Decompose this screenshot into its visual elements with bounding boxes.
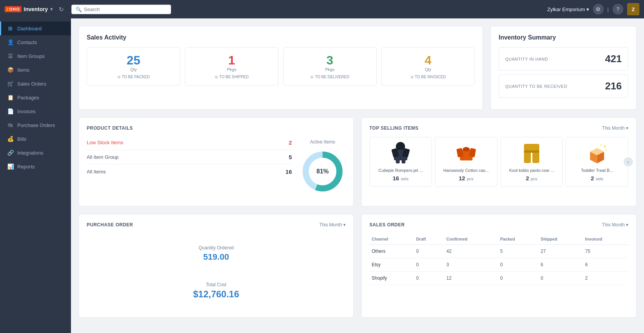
- top-selling-items: Cutiepie Rompers-jet ... 16 sets: [369, 137, 628, 187]
- ts-item-3-name: Toddler Treat B...: [569, 168, 625, 173]
- help-icon[interactable]: ?: [613, 4, 623, 15]
- item-groups-icon: ☰: [7, 53, 13, 59]
- so-header: SALES ORDER This Month ▾: [369, 222, 628, 227]
- app-dropdown-icon[interactable]: ▾: [50, 7, 53, 12]
- delivered-check-icon: ⊙: [310, 75, 313, 79]
- contacts-icon: 👤: [7, 39, 13, 45]
- sidebar-item-purchase-orders[interactable]: 🛍 Purchase Orders: [0, 118, 71, 132]
- sweater-icon: [456, 142, 477, 165]
- sidebar-label-items: Items: [17, 67, 30, 73]
- ts-item-3-qty: 2 sets: [569, 175, 625, 182]
- ts-item-1-qty: 12 pcs: [438, 175, 494, 182]
- po-qty-label: Quantity Ordered: [87, 245, 346, 251]
- all-items-label: All Items: [87, 169, 106, 175]
- invoiced-unit: Qty: [386, 67, 470, 72]
- delivered-label: ⊙ TO BE DELIVERED: [288, 75, 372, 79]
- top-selling-card: TOP SELLING ITEMS This Month ▾: [361, 117, 636, 206]
- ts-item-0[interactable]: Cutiepie Rompers-jet ... 16 sets: [369, 137, 432, 187]
- po-title: PURCHASE ORDER: [87, 222, 133, 227]
- ts-item-2[interactable]: Kool kiddo pants-cow ... 2 pcs: [501, 137, 563, 187]
- col-packed: Packed: [498, 234, 539, 245]
- others-invoiced: 75: [583, 245, 628, 258]
- sidebar-item-integrations[interactable]: 🔗 Integrations: [0, 146, 71, 160]
- product-details-card: PRODUCT DETAILS Low Stock Items 2 All It…: [79, 117, 354, 206]
- shopify-packed: 0: [498, 272, 539, 285]
- ts-item-2-name: Kool kiddo pants-cow ...: [504, 168, 560, 173]
- svg-rect-7: [402, 157, 405, 163]
- sidebar-item-contacts[interactable]: 👤 Contacts: [0, 35, 71, 49]
- all-items-row: All Items 16: [87, 165, 292, 179]
- packed-number: 25: [92, 54, 175, 67]
- etsy-channel: Etsy: [369, 258, 414, 272]
- main-content: Sales Activity 25 Qty ⊙ TO BE PACKED 1 P…: [71, 18, 644, 333]
- shopify-invoiced: 2: [583, 272, 628, 285]
- shipped-unit: Pkgs: [190, 67, 273, 72]
- sidebar-label-sales-orders: Sales Orders: [17, 81, 46, 87]
- avatar[interactable]: Z: [627, 3, 639, 15]
- qty-in-hand-value: 421: [605, 53, 622, 65]
- all-item-group-value: 5: [289, 154, 292, 160]
- shopify-draft: 0: [414, 272, 444, 285]
- sales-order-card: SALES ORDER This Month ▾ Channel Draft C…: [361, 214, 636, 318]
- dashboard-icon: ⊞: [7, 25, 13, 31]
- search-input[interactable]: [84, 7, 167, 12]
- settings-icon[interactable]: ⚙: [593, 4, 604, 15]
- shipped-label: ⊙ TO BE SHIPPED: [190, 75, 273, 79]
- company-selector[interactable]: Zylkar Emporium ▾: [547, 7, 589, 12]
- ts-next-btn[interactable]: ›: [624, 157, 633, 166]
- ts-item-2-qty: 2 pcs: [504, 175, 560, 182]
- sidebar-item-invoices[interactable]: 📄 Invoices: [0, 104, 71, 118]
- activity-item-invoiced[interactable]: 4 Qty ⊙ TO BE INVOICED: [381, 47, 475, 86]
- inventory-summary-title: Inventory Summary: [499, 34, 628, 41]
- refresh-icon[interactable]: ↻: [59, 6, 64, 13]
- others-draft: 0: [414, 245, 444, 258]
- col-shipped: Shipped: [539, 234, 583, 245]
- donut-title: Active Items: [310, 139, 335, 145]
- shipped-check-icon: ⊙: [215, 75, 218, 79]
- so-period[interactable]: This Month ▾: [602, 222, 628, 227]
- ts-item-2-icon: [504, 142, 560, 165]
- ts-item-1[interactable]: Hanswooly Cotton cas... 12 pcs: [435, 137, 497, 187]
- activity-item-delivered[interactable]: 3 Pkgs ⊙ TO BE DELIVERED: [283, 47, 377, 86]
- integrations-icon: 🔗: [7, 150, 13, 156]
- top-selling-header: TOP SELLING ITEMS This Month ▾: [369, 125, 628, 131]
- top-selling-period[interactable]: This Month ▾: [602, 125, 628, 131]
- donut-chart-container: Active Items 81%: [300, 135, 346, 198]
- sidebar-label-bills: Bills: [17, 136, 26, 142]
- ts-item-1-icon: [438, 142, 494, 165]
- activity-item-packed[interactable]: 25 Qty ⊙ TO BE PACKED: [87, 47, 180, 86]
- sidebar-item-item-groups[interactable]: ☰ Item Groups: [0, 49, 71, 63]
- sidebar-item-reports[interactable]: 📊 Reports: [0, 160, 71, 173]
- sidebar-item-bills[interactable]: 💰 Bills: [0, 132, 71, 146]
- reports-icon: 📊: [7, 163, 13, 170]
- activity-item-shipped[interactable]: 1 Pkgs ⊙ TO BE SHIPPED: [185, 47, 278, 86]
- app-logo: ZOHO Inventory ▾: [5, 6, 53, 12]
- sidebar: ⊞ Dashboard 👤 Contacts ☰ Item Groups 📦 I…: [0, 18, 71, 333]
- top-selling-items-wrapper: Cutiepie Rompers-jet ... 16 sets: [369, 137, 628, 187]
- po-cost-stat: Total Cost $12,760.16: [87, 276, 346, 306]
- sidebar-item-items[interactable]: 📦 Items: [0, 63, 71, 77]
- so-row-etsy: Etsy 0 3 0 6 6: [369, 258, 628, 272]
- etsy-draft: 0: [414, 258, 444, 272]
- svg-text:★: ★: [605, 149, 607, 151]
- ts-item-0-qty: 16 sets: [373, 175, 428, 182]
- sidebar-item-packages[interactable]: 📋 Packages: [0, 91, 71, 104]
- ts-item-3[interactable]: ★ ★ ★ Toddler Treat B... 2 sets: [566, 137, 628, 187]
- shopify-confirmed: 12: [444, 272, 498, 285]
- col-confirmed: Confirmed: [444, 234, 498, 245]
- svg-text:★: ★: [603, 145, 606, 148]
- shopify-shipped: 0: [539, 272, 583, 285]
- packages-icon: 📋: [7, 94, 13, 101]
- others-channel: Others: [369, 245, 414, 258]
- po-period[interactable]: This Month ▾: [319, 222, 346, 227]
- low-stock-row[interactable]: Low Stock Items 2: [87, 135, 292, 150]
- low-stock-value: 2: [289, 139, 292, 146]
- low-stock-label[interactable]: Low Stock Items: [87, 140, 123, 145]
- packed-unit: Qty: [92, 67, 175, 72]
- search-bar[interactable]: 🔍: [71, 5, 171, 14]
- po-qty-value: 519.00: [87, 252, 346, 262]
- all-item-group-row: All Item Group 5: [87, 150, 292, 165]
- sidebar-item-dashboard[interactable]: ⊞ Dashboard: [0, 21, 71, 35]
- sidebar-item-sales-orders[interactable]: 🛒 Sales Orders: [0, 77, 71, 91]
- svg-rect-12: [464, 147, 468, 150]
